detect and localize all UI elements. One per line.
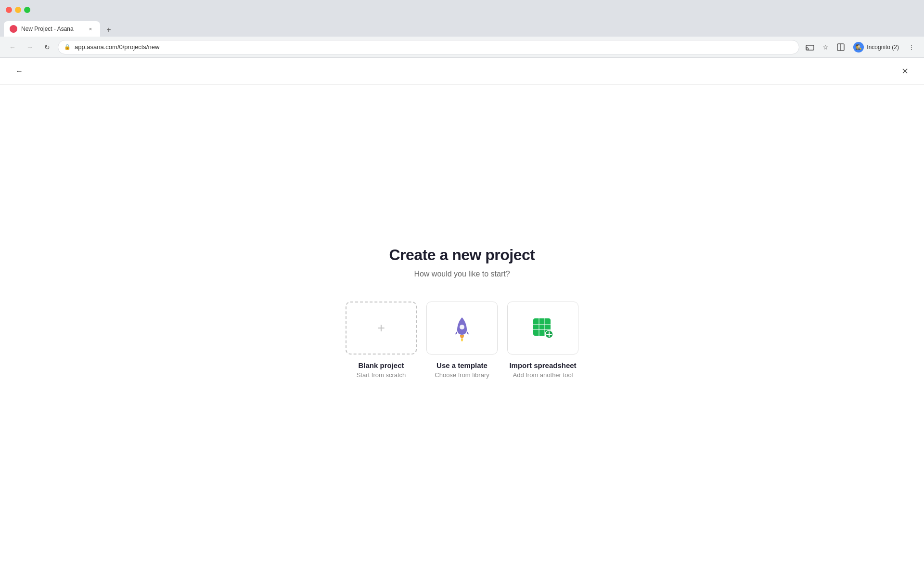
close-traffic-light[interactable] [6,7,12,13]
cast-button[interactable] [803,40,817,54]
blank-project-icon-box: + [346,302,417,355]
use-template-card[interactable]: Use a template Choose from library [426,302,498,379]
incognito-icon: 🕵 [855,44,862,50]
page-subtitle: How would you like to start? [414,270,510,278]
spreadsheet-icon [530,315,555,341]
options-row: + Blank project Start from scratch [346,302,578,379]
import-spreadsheet-sublabel: Add from another tool [513,371,573,379]
split-tab-button[interactable] [834,40,847,54]
main-content: Create a new project How would you like … [0,85,924,578]
more-button[interactable]: ⋮ [905,40,918,54]
cast-icon [806,44,814,51]
app-back-button[interactable]: ← [12,64,27,79]
use-template-icon-box [426,302,498,355]
app-content: ← ✕ Create a new project How would you l… [0,58,924,578]
import-spreadsheet-icon-box [507,302,578,355]
tabs-bar: New Project - Asana × + [0,19,924,37]
browser-toolbar: ← → ↻ 🔒 app.asana.com/0/projects/new ☆ [0,37,924,58]
back-button[interactable]: ← [6,40,19,54]
profile-avatar: 🕵 [853,42,864,53]
import-spreadsheet-label: Import spreadsheet [509,361,576,369]
active-tab[interactable]: New Project - Asana × [4,21,100,37]
use-template-sublabel: Choose from library [435,371,489,379]
svg-point-3 [460,325,464,329]
import-spreadsheet-card[interactable]: Import spreadsheet Add from another tool [507,302,578,379]
profile-button[interactable]: 🕵 Incognito (2) [849,40,903,54]
tab-favicon [10,25,17,33]
browser-chrome: New Project - Asana × + ← → ↻ 🔒 app.asan… [0,0,924,58]
forward-button[interactable]: → [23,40,37,54]
use-template-label: Use a template [436,361,488,369]
blank-project-label: Blank project [358,361,404,369]
app-close-icon: ✕ [901,66,909,77]
address-bar[interactable]: 🔒 app.asana.com/0/projects/new [58,40,799,54]
rocket-icon [449,314,475,342]
lock-icon: 🔒 [64,44,71,50]
tab-title: New Project - Asana [21,26,83,32]
more-icon: ⋮ [908,43,915,51]
refresh-button[interactable]: ↻ [40,40,54,54]
blank-project-sublabel: Start from scratch [357,371,406,379]
page-title: Create a new project [389,246,535,264]
toolbar-actions: ☆ 🕵 Incognito (2) ⋮ [803,40,918,54]
tab-close-button[interactable]: × [87,25,94,33]
blank-project-card[interactable]: + Blank project Start from scratch [346,302,417,379]
refresh-icon: ↻ [44,43,50,51]
plus-icon: + [377,320,385,336]
app-close-button[interactable]: ✕ [897,64,912,79]
back-icon: ← [9,43,16,51]
profile-label: Incognito (2) [867,44,899,51]
new-tab-button[interactable]: + [102,23,116,37]
app-header: ← ✕ [0,58,924,85]
bookmark-button[interactable]: ☆ [819,40,832,54]
maximize-traffic-light[interactable] [24,7,30,13]
address-text: app.asana.com/0/projects/new [75,43,793,51]
forward-icon: → [26,43,33,51]
app-back-icon: ← [15,67,23,76]
split-tab-icon [837,43,845,51]
browser-titlebar [0,0,924,19]
minimize-traffic-light[interactable] [15,7,21,13]
traffic-lights [6,7,30,13]
bookmark-icon: ☆ [822,43,829,51]
